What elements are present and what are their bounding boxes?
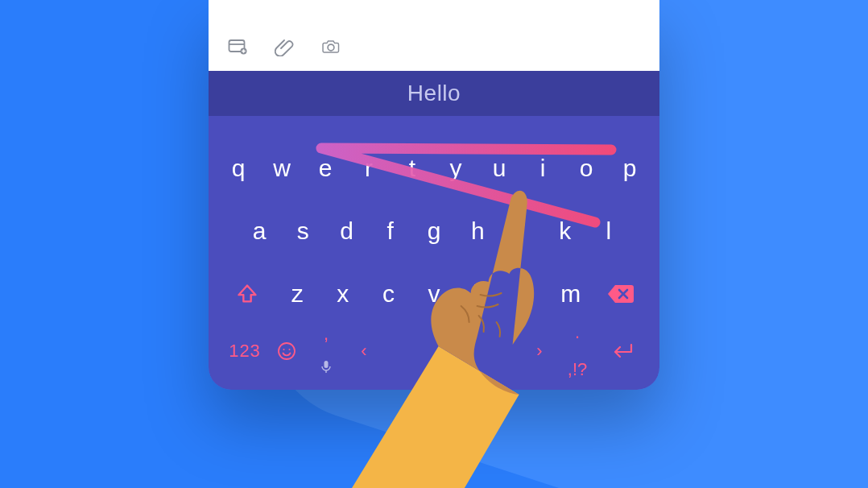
keyboard: q w e r t y u i o p a s d f g h j k l xyxy=(209,116,659,390)
suggestion-word[interactable]: Hello xyxy=(407,81,461,106)
key-a[interactable]: a xyxy=(238,217,281,245)
key-c[interactable]: c xyxy=(366,280,411,308)
key-b[interactable]: b xyxy=(457,280,502,308)
svg-point-6 xyxy=(279,343,295,359)
key-u[interactable]: u xyxy=(477,155,521,182)
camera-icon[interactable] xyxy=(321,37,341,56)
suggestion-bar[interactable]: Hello xyxy=(209,71,659,116)
mic-icon xyxy=(321,358,331,378)
key-y[interactable]: y xyxy=(434,155,477,182)
nav-next-key[interactable]: › xyxy=(524,341,555,362)
key-r[interactable]: r xyxy=(347,155,391,182)
emoji-key[interactable] xyxy=(270,341,304,361)
svg-point-5 xyxy=(328,44,334,51)
punct-hint-label: ,!? xyxy=(568,359,587,380)
key-s[interactable]: s xyxy=(281,217,324,245)
shift-key[interactable] xyxy=(220,283,275,305)
key-row-4: 123 , ‹ xyxy=(217,325,651,377)
key-p[interactable]: p xyxy=(608,155,651,182)
key-i[interactable]: i xyxy=(521,155,564,182)
numbers-key[interactable]: 123 xyxy=(223,341,267,362)
key-e[interactable]: e xyxy=(304,155,347,182)
insert-card-icon[interactable] xyxy=(228,37,247,56)
key-row-3: z x c v b n m xyxy=(217,263,651,325)
key-q[interactable]: q xyxy=(217,155,260,182)
key-f[interactable]: f xyxy=(369,217,412,245)
key-g[interactable]: g xyxy=(412,217,456,245)
key-l[interactable]: l xyxy=(587,217,630,245)
key-v[interactable]: v xyxy=(411,280,457,308)
period-label: . xyxy=(575,322,580,343)
key-n[interactable]: n xyxy=(502,280,548,308)
app-toolbar xyxy=(209,0,659,71)
comma-label: , xyxy=(324,324,329,345)
key-w[interactable]: w xyxy=(260,155,304,182)
svg-rect-9 xyxy=(324,361,329,368)
key-row-2: a s d f g h j k l xyxy=(217,200,651,263)
key-z[interactable]: z xyxy=(275,280,320,308)
enter-key[interactable] xyxy=(600,341,645,361)
key-j[interactable]: j xyxy=(499,217,543,245)
phone-frame: Hello q w e r t y u i o p a s xyxy=(209,0,659,390)
key-t[interactable]: t xyxy=(391,155,434,182)
nav-prev-key[interactable]: ‹ xyxy=(349,341,379,362)
svg-point-7 xyxy=(283,349,285,350)
svg-point-8 xyxy=(289,349,291,350)
key-o[interactable]: o xyxy=(564,155,608,182)
attachment-icon[interactable] xyxy=(275,37,294,56)
key-d[interactable]: d xyxy=(324,217,368,245)
key-k[interactable]: k xyxy=(544,217,587,245)
key-h[interactable]: h xyxy=(456,217,499,245)
backspace-key[interactable] xyxy=(593,283,648,304)
key-x[interactable]: x xyxy=(320,280,366,308)
key-m[interactable]: m xyxy=(548,280,593,308)
key-row-1: q w e r t y u i o p xyxy=(217,137,651,200)
